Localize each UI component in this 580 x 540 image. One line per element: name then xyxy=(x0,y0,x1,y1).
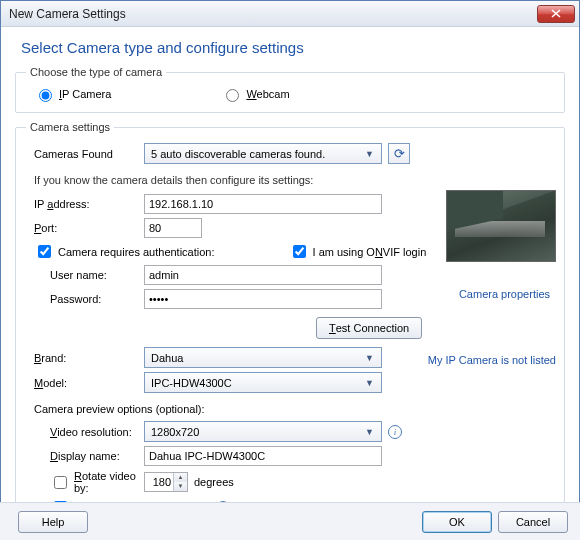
preview-options-label: Camera preview options (optional): xyxy=(26,397,554,417)
display-name-label: Display name: xyxy=(26,450,144,462)
ok-button[interactable]: OK xyxy=(422,511,492,533)
titlebar: New Camera Settings xyxy=(1,1,579,27)
brand-label: Brand: xyxy=(26,352,144,364)
radio-ip-camera[interactable]: IP Camera xyxy=(34,86,111,102)
settings-hint: If you know the camera details then conf… xyxy=(26,168,554,190)
close-icon xyxy=(551,9,561,18)
rotate-spinner[interactable]: ▲▼ xyxy=(144,472,188,492)
chevron-down-icon: ▼ xyxy=(362,149,377,159)
dialog-footer: Help OK Cancel xyxy=(0,502,580,540)
video-res-select[interactable]: 1280x720 ▼ xyxy=(144,421,382,442)
password-label: Password: xyxy=(26,293,144,305)
rotate-checkbox[interactable] xyxy=(54,476,67,489)
camera-settings-legend: Camera settings xyxy=(26,121,114,133)
spin-up-icon[interactable]: ▲ xyxy=(174,473,187,482)
requires-auth-label: Camera requires authentication: xyxy=(58,246,215,258)
camera-type-group: Choose the type of camera IP Camera Webc… xyxy=(15,66,565,113)
camera-settings-group: Camera settings Cameras Found 5 auto dis… xyxy=(15,121,565,530)
camera-properties-link[interactable]: Camera properties xyxy=(459,288,550,300)
refresh-button[interactable]: ⟳ xyxy=(388,143,410,164)
onvif-checkbox[interactable] xyxy=(293,245,306,258)
password-input[interactable] xyxy=(144,289,382,309)
help-button[interactable]: Help xyxy=(18,511,88,533)
username-input[interactable] xyxy=(144,265,382,285)
cameras-found-select[interactable]: 5 auto discoverable cameras found. ▼ xyxy=(144,143,382,164)
model-label: Model: xyxy=(26,377,144,389)
info-icon[interactable]: i xyxy=(388,425,402,439)
port-label: Port: xyxy=(26,222,144,234)
radio-webcam[interactable]: Webcam xyxy=(221,86,289,102)
model-select[interactable]: IPC-HDW4300C ▼ xyxy=(144,372,382,393)
cameras-found-label: Cameras Found xyxy=(26,148,144,160)
degrees-label: degrees xyxy=(194,476,234,488)
radio-webcam-input[interactable] xyxy=(226,89,239,102)
spin-down-icon[interactable]: ▼ xyxy=(174,482,187,491)
ip-address-input[interactable] xyxy=(144,194,382,214)
chevron-down-icon: ▼ xyxy=(362,378,377,388)
page-heading: Select Camera type and configure setting… xyxy=(21,39,565,56)
cancel-button[interactable]: Cancel xyxy=(498,511,568,533)
ip-label: IP address: xyxy=(26,198,144,210)
camera-type-legend: Choose the type of camera xyxy=(26,66,166,78)
port-input[interactable] xyxy=(144,218,202,238)
chevron-down-icon: ▼ xyxy=(362,427,377,437)
test-connection-button[interactable]: Test Connection xyxy=(316,317,422,339)
close-button[interactable] xyxy=(537,5,575,23)
username-label: User name: xyxy=(26,269,144,281)
camera-preview-image xyxy=(446,190,556,262)
rotate-label: Rotate video by: xyxy=(74,470,144,494)
not-listed-link[interactable]: My IP Camera is not listed xyxy=(428,354,556,366)
chevron-down-icon: ▼ xyxy=(362,353,377,363)
display-name-input[interactable] xyxy=(144,446,382,466)
radio-ip-camera-input[interactable] xyxy=(39,89,52,102)
refresh-icon: ⟳ xyxy=(394,146,405,161)
video-res-label: Video resolution: xyxy=(26,426,144,438)
onvif-label: I am using ONVIF login xyxy=(313,246,427,258)
camera-preview-pane xyxy=(446,190,556,262)
brand-select[interactable]: Dahua ▼ xyxy=(144,347,382,368)
requires-auth-checkbox[interactable] xyxy=(38,245,51,258)
rotate-value-input[interactable] xyxy=(145,473,173,491)
window-title: New Camera Settings xyxy=(9,7,537,21)
